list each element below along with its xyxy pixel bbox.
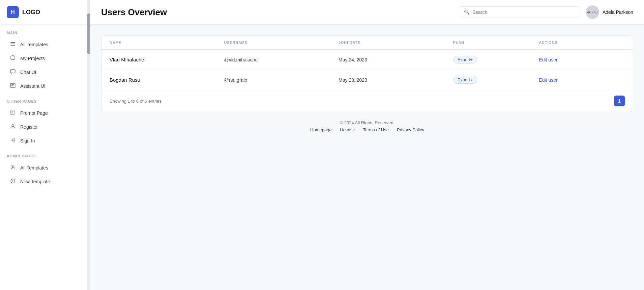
my-projects-icon	[9, 55, 16, 62]
search-box: 🔍	[459, 6, 580, 18]
sidebar-item-prompt-page[interactable]: Prompt Page	[3, 106, 87, 120]
table-body: Vlad Mihalache @vld.mihalache May 24, 20…	[101, 50, 633, 90]
sidebar-item-label-prompt-page: Prompt Page	[20, 110, 48, 116]
assistant-ui-icon	[9, 83, 16, 89]
svg-point-11	[12, 125, 14, 127]
table-footer: Showing 1 to 6 of 6 entries 1	[101, 90, 633, 112]
all-templates-icon	[9, 41, 16, 48]
svg-rect-0	[10, 42, 15, 43]
table-header: NAMEUSERNAMEJOIN DATEPLANACTIONS	[101, 36, 633, 50]
chat-ui-icon	[9, 69, 16, 76]
search-input[interactable]	[472, 9, 575, 15]
svg-rect-7	[11, 85, 13, 86]
sidebar: H LOGO MAINAll TemplatesMy ProjectsChat …	[0, 0, 90, 290]
sidebar-item-label-assistant-ui: Assistant UI	[20, 83, 46, 89]
admin-all-templates-icon	[9, 164, 16, 171]
sidebar-item-my-projects[interactable]: My Projects	[3, 52, 87, 65]
content-area: NAMEUSERNAMEJOIN DATEPLANACTIONS Vlad Mi…	[90, 25, 644, 290]
page-title: Users Overview	[101, 7, 167, 18]
user-name: Adela Parkson	[603, 9, 633, 15]
cell-username: @vld.mihalache	[224, 57, 339, 62]
prompt-page-icon	[9, 110, 16, 116]
search-icon: 🔍	[464, 9, 470, 15]
svg-rect-2	[10, 45, 15, 46]
header: Users Overview 🔍 40×40 Adela Parkson	[90, 0, 644, 25]
users-table: NAMEUSERNAMEJOIN DATEPLANACTIONS Vlad Mi…	[101, 35, 633, 112]
svg-rect-1	[10, 44, 15, 44]
sidebar-item-label-all-templates: All Templates	[20, 42, 48, 47]
table-row: Vlad Mihalache @vld.mihalache May 24, 20…	[101, 50, 633, 70]
cell-plan: Expert+	[453, 76, 539, 84]
table-col-actions: ACTIONS	[539, 41, 625, 45]
sidebar-item-assistant-ui[interactable]: Assistant UI	[3, 79, 87, 93]
copyright-text: © 2024 All Rights Reserved.	[109, 120, 625, 125]
sidebar-item-label-new-template: New Template	[20, 179, 50, 184]
cell-name: Vlad Mihalache	[110, 57, 224, 62]
header-right: 🔍 40×40 Adela Parkson	[459, 5, 633, 19]
cell-name: Bogdan Rusu	[110, 77, 224, 83]
sidebar-nav: MAINAll TemplatesMy ProjectsChat UIAssis…	[0, 25, 90, 290]
footer-link-homepage[interactable]: Homepage	[310, 127, 332, 132]
svg-rect-9	[11, 111, 13, 111]
cell-action: Edit user	[539, 57, 625, 63]
scrollbar-track[interactable]	[87, 0, 90, 290]
table-col-username: USERNAME	[224, 41, 339, 45]
plan-badge: Expert+	[453, 76, 477, 84]
sidebar-item-label-sign-in: Sign In	[20, 138, 35, 143]
sidebar-item-sign-in[interactable]: Sign In	[3, 134, 87, 148]
sidebar-item-chat-ui[interactable]: Chat UI	[3, 65, 87, 79]
footer-links: HomepageLicenseTerms of UsePrivacy Polic…	[109, 127, 625, 132]
showing-text: Showing 1 to 6 of 6 entries	[110, 99, 162, 104]
sidebar-item-admin-all-templates[interactable]: All Templates	[3, 161, 87, 175]
svg-rect-3	[11, 56, 15, 59]
edit-user-link[interactable]: Edit user	[539, 77, 557, 83]
sidebar-section-label: MAIN	[0, 25, 90, 37]
svg-rect-4	[10, 70, 15, 73]
logo-icon: H	[7, 6, 19, 18]
sidebar-item-label-my-projects: My Projects	[20, 56, 45, 61]
footer-link-privacy-policy[interactable]: Privacy Policy	[397, 127, 424, 132]
sidebar-item-all-templates[interactable]: All Templates	[3, 38, 87, 51]
scrollbar-thumb[interactable]	[87, 14, 90, 54]
cell-date: May 24, 2023	[339, 57, 453, 62]
logo-text: LOGO	[22, 9, 40, 16]
cell-plan: Expert+	[453, 56, 539, 63]
main-panel: Users Overview 🔍 40×40 Adela Parkson NAM…	[90, 0, 644, 290]
sidebar-item-new-template[interactable]: New Template	[3, 175, 87, 188]
new-template-icon	[9, 178, 16, 185]
sign-in-icon	[9, 137, 16, 144]
register-icon	[9, 124, 16, 130]
sidebar-section-label: OTHER PAGES	[0, 93, 90, 106]
page-footer: © 2024 All Rights Reserved. HomepageLice…	[101, 112, 633, 140]
avatar: 40×40	[586, 5, 599, 19]
pagination-page-1[interactable]: 1	[614, 96, 625, 106]
sidebar-item-register[interactable]: Register	[3, 120, 87, 134]
sidebar-logo: H LOGO	[0, 0, 90, 25]
table-col-name: NAME	[110, 41, 224, 45]
footer-link-terms-of-use[interactable]: Terms of Use	[363, 127, 389, 132]
plan-badge: Expert+	[453, 56, 477, 63]
footer-link-license[interactable]: License	[340, 127, 355, 132]
cell-date: May 23, 2023	[339, 77, 453, 83]
sidebar-item-label-register: Register	[20, 124, 38, 130]
sidebar-section-label: ADMIN PAGES	[0, 148, 90, 161]
cell-action: Edit user	[539, 77, 625, 83]
avatar-wrap: 40×40 Adela Parkson	[586, 5, 633, 19]
svg-rect-10	[11, 112, 13, 112]
svg-point-12	[12, 166, 13, 168]
edit-user-link[interactable]: Edit user	[539, 57, 557, 62]
table-row: Bogdan Rusu @rsu.grafx May 23, 2023 Expe…	[101, 70, 633, 90]
svg-rect-6	[11, 84, 14, 85]
sidebar-item-label-admin-all-templates: All Templates	[20, 165, 48, 170]
table-col-plan: PLAN	[453, 41, 539, 45]
sidebar-item-label-chat-ui: Chat UI	[20, 70, 36, 75]
cell-username: @rsu.grafx	[224, 77, 339, 83]
table-col-join-date: JOIN DATE	[339, 41, 453, 45]
